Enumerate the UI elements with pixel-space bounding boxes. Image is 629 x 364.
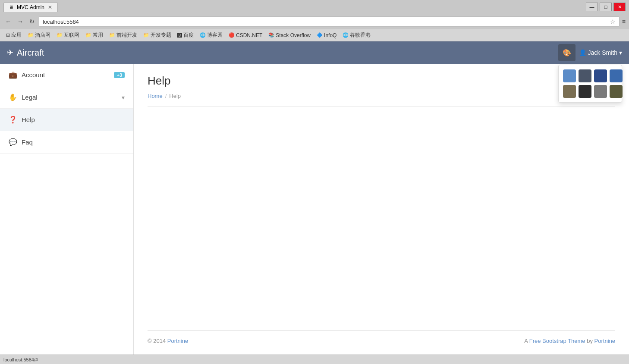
footer-bootstrap-link[interactable]: Free Bootstrap Theme [529,338,585,344]
page-title: Help [148,74,615,88]
csdn-icon: 🔴 [229,32,235,38]
color-grid [563,69,617,98]
breadcrumb-home[interactable]: Home [148,93,163,99]
color-swatch-brown[interactable] [563,85,576,98]
bookmark-stackoverflow[interactable]: 📚 Stack Overflow [266,31,313,39]
help-circle-icon: ❓ [9,116,17,124]
sidebar-item-faq[interactable]: 💬 Faq [0,131,133,154]
account-badge: +3 [114,72,125,78]
bookmark-cnblogs-label: 博客园 [207,31,223,39]
bookmark-hotel[interactable]: 📁 酒店网 [25,31,53,40]
color-picker-dropdown [558,65,622,103]
status-text: localhost:5584/# [3,357,38,362]
app-wrapper: ✈ Aircraft 🎨 👤 Jack Smith ▾ [0,41,629,355]
page-footer: © 2014 Portnine A Free Bootstrap Theme b… [148,330,615,344]
browser-menu-icon[interactable]: ≡ [622,18,626,25]
bookmark-cnblogs[interactable]: 🌐 博客园 [197,31,225,40]
brand-icon: ✈ [7,48,13,57]
folder-icon-2: 📁 [57,32,63,38]
folder-icon-1: 📁 [28,32,34,38]
tab-favicon: 🖥 [9,5,13,9]
app-brand: ✈ Aircraft [7,48,44,58]
app-body: 💼 Account +3 ✋ Legal ▾ ❓ Help 💬 Faq [0,64,629,355]
title-bar: 🖥 MVC.Admin ✕ — □ ✕ [0,0,629,14]
bookmark-baidu-label: 百度 [183,31,194,39]
footer-portnine-link-2[interactable]: Portnine [594,338,615,344]
bookmark-apps[interactable]: ⊞ 应用 [3,31,24,40]
bookmark-internet-label: 互联网 [64,31,79,39]
status-bar: localhost:5584/# [0,355,629,364]
bookmark-csdn-label: CSDN.NET [236,32,262,38]
bookmark-dev-topics[interactable]: 📁 开发专题 [141,31,174,40]
sidebar-item-legal[interactable]: ✋ Legal ▾ [0,86,133,109]
brand-name: Aircraft [17,48,44,58]
bookmarks-bar: ⊞ 应用 📁 酒店网 📁 互联网 📁 常用 📁 前端开发 📁 开发专题 🅱 百度 [0,29,629,41]
user-icon: 👤 [579,49,586,56]
back-button[interactable]: ← [3,17,13,26]
refresh-button[interactable]: ↻ [28,17,36,26]
app-header: ✈ Aircraft 🎨 👤 Jack Smith ▾ [0,41,629,64]
favorite-icon[interactable]: ☆ [610,18,616,25]
bookmark-frontend[interactable]: 📁 前端开发 [107,31,140,40]
minimize-button[interactable]: — [586,3,598,11]
sidebar-item-account[interactable]: 💼 Account +3 [0,64,133,86]
color-swatch-blue-light[interactable] [563,69,576,82]
bookmark-hotel-label: 酒店网 [35,31,50,39]
footer-portnine-link-1[interactable]: Portnine [167,338,188,344]
sidebar: 💼 Account +3 ✋ Legal ▾ ❓ Help 💬 Faq [0,64,134,355]
user-menu-button[interactable]: 👤 Jack Smith ▾ [579,49,622,56]
address-box[interactable]: localhost:5584 ☆ [39,16,620,27]
url-text: localhost:5584 [43,19,79,25]
theme-picker-button[interactable]: 🎨 [558,44,576,61]
bookmark-baidu[interactable]: 🅱 百度 [175,31,196,40]
browser-tab[interactable]: 🖥 MVC.Admin ✕ [3,2,58,12]
breadcrumb: Home / Help [148,93,615,107]
legal-chevron-icon: ▾ [122,94,125,101]
color-swatch-olive[interactable] [610,85,623,98]
baidu-icon: 🅱 [177,33,182,38]
forward-button[interactable]: → [16,17,25,26]
dropdown-chevron-icon: ▾ [619,49,622,56]
bookmark-internet[interactable]: 📁 互联网 [54,31,82,40]
sidebar-faq-label: Faq [22,138,125,146]
color-swatch-gray[interactable] [594,85,607,98]
bookmark-common-label: 常用 [93,31,103,39]
bookmark-common[interactable]: 📁 常用 [83,31,106,40]
bookmark-infoq-label: InfoQ [324,32,337,38]
address-bar-row: ← → ↻ localhost:5584 ☆ ≡ [0,14,629,29]
close-button[interactable]: ✕ [613,3,626,11]
briefcase-icon: 💼 [9,71,17,79]
google-icon: 🌐 [343,32,349,38]
sidebar-item-help[interactable]: ❓ Help [0,109,133,131]
bookmark-google-hk[interactable]: 🌐 谷歌香港 [340,31,373,40]
bookmark-google-hk-label: 谷歌香港 [350,31,371,39]
main-content: Help Home / Help © 2014 Portnine [134,64,629,355]
tab-title: MVC.Admin [17,4,44,10]
sidebar-help-label: Help [22,116,125,123]
breadcrumb-current: Help [169,93,181,99]
hand-icon: ✋ [9,93,17,101]
main-inner: Help Home / Help © 2014 Portnine [148,74,615,344]
bookmark-stackoverflow-label: Stack Overflow [276,32,311,38]
folder-icon-5: 📁 [143,32,149,38]
content-area: Help Home / Help [148,74,615,330]
folder-icon-4: 📁 [109,32,115,38]
sidebar-account-label: Account [22,71,110,78]
breadcrumb-separator: / [165,93,167,99]
header-right: 🎨 👤 Jack Smith ▾ [558,44,622,61]
stackoverflow-icon: 📚 [268,32,274,38]
apps-icon: ⊞ [6,32,10,38]
color-swatch-dark[interactable] [579,85,591,98]
color-swatch-slate[interactable] [579,69,591,82]
bookmark-apps-label: 应用 [11,31,22,39]
color-swatch-blue-dark[interactable] [594,69,607,82]
bookmark-dev-topics-label: 开发专题 [151,31,171,39]
tab-close-button[interactable]: ✕ [48,4,52,10]
color-swatch-blue-medium[interactable] [610,69,623,82]
bookmark-csdn[interactable]: 🔴 CSDN.NET [226,31,265,39]
bookmark-infoq[interactable]: 🔷 InfoQ [314,31,339,39]
cnblogs-icon: 🌐 [200,32,206,38]
footer-theme-credit: A Free Bootstrap Theme by Portnine [524,338,615,344]
window-controls: — □ ✕ [586,3,626,11]
maximize-button[interactable]: □ [600,3,612,11]
